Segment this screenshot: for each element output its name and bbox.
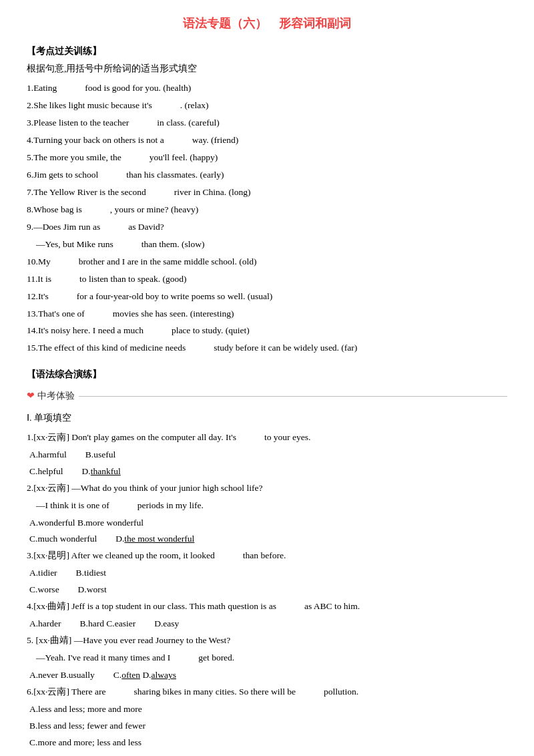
q3-text: 3.[xx·昆明] After we cleaned up the room, … [27, 548, 507, 564]
q5-opts: A.never B.usually C.often D.always [27, 668, 507, 683]
page-title: 语法专题（六） 形容词和副词 [27, 13, 507, 34]
q4-opts: A.harder B.hard C.easier D.easy [27, 616, 507, 632]
q6-opt-b: B.less and less; fewer and fewer [27, 719, 507, 734]
item-12: 12.It's for a four-year-old boy to write… [27, 289, 507, 305]
mid-exam-label: 中考体验 [37, 388, 75, 404]
questions-list: 1.[xx·云南] Don't play games on the comput… [27, 430, 507, 756]
q3-opt-ab: A.tidier B.tidiest [27, 566, 507, 581]
section1-items: 1.Eating food is good for you. (health) … [27, 81, 507, 356]
q5-text2: —Yeah. I've read it many times and I get… [27, 650, 507, 666]
mid-exam-header: ❤ 中考体验 [27, 388, 507, 404]
q6-opt-c: C.more and more; less and less [27, 735, 507, 751]
item-15: 15.The effect of this kind of medicine n… [27, 341, 507, 356]
q4-text: 4.[xx·曲靖] Jeff is a top student in our c… [27, 599, 507, 614]
item-14: 14.It's noisy here. I need a much place … [27, 323, 507, 339]
q2-text1: 2.[xx·云南] —What do you think of your jun… [27, 481, 507, 496]
item-10: 10.My brother and I are in the same midd… [27, 254, 507, 270]
section1-header: 【考点过关训练】 [27, 43, 507, 59]
q2-opt-cd: C.much wonderful D.the most wonderful [27, 532, 507, 547]
q6-opt-a: A.less and less; more and more [27, 702, 507, 717]
item-5: 5.The more you smile, the you'll feel. (… [27, 150, 507, 166]
q1-text: 1.[xx·云南] Don't play games on the comput… [27, 430, 507, 445]
item-11: 11.It is to listen than to speak. (good) [27, 272, 507, 287]
item-6: 6.Jim gets to school than his classmates… [27, 168, 507, 183]
q6-opt-d: D.fewer and fewer; less and less [27, 752, 507, 756]
item-1: 1.Eating food is good for you. (health) [27, 81, 507, 96]
item-3: 3.Please listen to the teacher in class.… [27, 116, 507, 131]
item-9a: 9.—Does Jim run as as David? [27, 220, 507, 235]
item-4: 4.Turning your back on others is not a w… [27, 133, 507, 148]
item-2: 2.She likes light music because it's . (… [27, 98, 507, 114]
q6-text: 6.[xx·云南] There are sharing bikes in man… [27, 685, 507, 700]
section1-instruction: 根据句意,用括号中所给词的适当形式填空 [27, 61, 507, 77]
q2-opt-ab: A.wonderful B.more wonderful [27, 516, 507, 531]
q2-text2: —I think it is one of periods in my life… [27, 498, 507, 514]
q3-opt-cd: C.worse D.worst [27, 582, 507, 598]
q5-text1: 5. [xx·曲靖] —Have you ever read Journey t… [27, 633, 507, 648]
divider-line [79, 396, 507, 397]
item-7: 7.The Yellow River is the second river i… [27, 185, 507, 200]
sub-section-label: Ⅰ. 单项填空 [27, 411, 507, 426]
heart-icon: ❤ [27, 388, 35, 404]
q1-opt-ab: A.harmful B.useful [27, 447, 507, 463]
item-13: 13.That's one of movies she has seen. (i… [27, 307, 507, 322]
section2-header: 【语法综合演练】 [27, 367, 507, 383]
q1-opt-cd: C.helpful D.thankful [27, 464, 507, 480]
item-8: 8.Whose bag is , yours or mine? (heavy) [27, 202, 507, 218]
item-9b: —Yes, but Mike runs than them. (slow) [27, 237, 507, 252]
